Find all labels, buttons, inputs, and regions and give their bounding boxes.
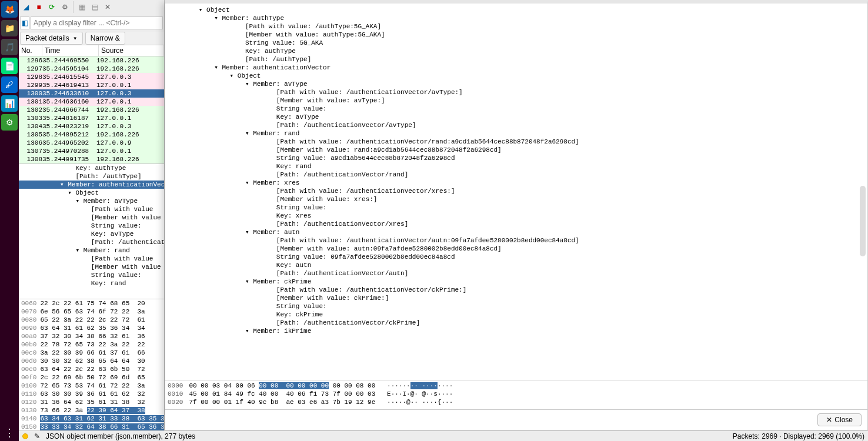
tree-node[interactable]: [Path with value: /authenticationVector/… [165,236,867,245]
tree-node[interactable]: [Member with value [19,213,164,222]
hex-row[interactable]: 00c03a 22 30 39 66 61 37 61 66 [19,349,164,357]
settings-icon[interactable]: ⚙ [59,1,71,13]
tree-node[interactable]: [Path: /authType] [165,55,867,64]
hex-row[interactable]: 00a037 32 30 34 38 66 32 61 36 [19,332,164,340]
packet-row[interactable]: 130335.244816187127.0.0.1 [19,114,164,122]
launcher-app-1[interactable]: 🦊 [1,1,18,18]
expert-info-icon[interactable] [22,433,28,439]
launcher-app-4[interactable]: 📄 [1,58,18,74]
packet-row[interactable]: 130535.244895212192.168.226 [19,131,164,139]
tree-node[interactable]: [Member with value [19,263,164,271]
view-icon-2[interactable]: ▤ [89,1,101,13]
packet-row[interactable]: 129935.244619413127.0.0.1 [19,81,164,89]
tree-node[interactable]: Key: authType [19,164,164,172]
packet-row[interactable]: 130835.244991735192.168.226 [19,155,164,163]
packet-row[interactable]: 130735.244970288127.0.0.1 [19,147,164,155]
tree-node[interactable]: [Member with value: rand:a9cd1ab5644cec8… [165,146,867,154]
tree-node[interactable]: [Path with value [19,255,164,263]
packet-row[interactable]: 130135.244636160127.0.0.1 [19,98,164,106]
launcher-app-5[interactable]: 🖋 [1,76,18,93]
hex-row[interactable]: 00b022 78 72 65 73 22 3a 22 22 [19,340,164,349]
packet-row[interactable]: 129835.244615545127.0.0.3 [19,73,164,81]
tree-node[interactable]: [Path with value: /authenticationVector/… [165,187,867,195]
tree-node[interactable]: Key: autn [165,261,867,269]
tree-node[interactable]: ▾ Object [165,72,867,80]
packet-details-dropdown[interactable]: Packet details▼ [20,32,83,45]
tree-node[interactable]: [Member with value: xres:] [165,195,867,203]
tree-node[interactable]: [Member with value: authType:5G_AKA] [165,31,867,39]
tree-node[interactable]: ▾ Member: avType [19,197,164,205]
launcher-apps-icon[interactable]: ⋮ [1,425,18,441]
tree-node[interactable]: [Path: /authenticationVector/ckPrime] [165,319,867,327]
bookmark-icon[interactable]: ◧ [20,16,29,29]
tree-node[interactable]: [Path with value: /authenticationVector/… [165,88,867,96]
tree-node[interactable]: ▾ Member: xres [165,179,867,187]
tree-node[interactable]: Key: ckPrime [165,310,867,319]
hex-row[interactable]: 008065 22 3a 22 22 2c 22 72 61 [19,316,164,324]
tree-node[interactable]: Key: authType [165,47,867,55]
tree-node[interactable]: ▾ Member: ikPrime [165,327,867,335]
hex-row[interactable]: 009063 64 31 61 62 35 36 34 34 [19,324,164,332]
tree-node[interactable]: [Path: /authenticationVector/avType] [165,121,867,129]
tree-node[interactable]: [Member with value: autn:09fa7afdee52800… [165,245,867,253]
tree-node[interactable]: [Path with value: /authenticationVector/… [165,286,867,294]
packet-row[interactable]: 130635.244965202127.0.0.9 [19,139,164,147]
tree-node[interactable]: Key: avType [165,113,867,121]
tree-node[interactable]: Key: rand [19,279,164,288]
hex-row[interactable]: 00e063 64 22 2c 22 63 6b 50 72 [19,365,164,373]
tree-node[interactable]: String value: [165,302,867,310]
col-no[interactable]: No. [19,45,42,56]
col-time[interactable]: Time [42,45,99,56]
hex-row[interactable]: 010072 65 73 53 74 61 72 22 3a [19,382,164,390]
tree-node[interactable]: String value: 09fa7afdee5280002b8edd00ec… [165,253,867,261]
tree-node[interactable]: [Path: /authenticationVector/xres] [165,220,867,228]
display-filter-input[interactable] [31,16,163,29]
hex-row[interactable]: 006022 2c 22 61 75 74 68 65 20 [19,299,164,308]
tree-node[interactable]: ▾ Member: avType [165,80,867,88]
tree-node[interactable]: [Path: /authType] [19,172,164,181]
launcher-app-6[interactable]: 📊 [1,95,18,112]
tree-node[interactable]: ▾ Object [165,6,867,14]
tree-node[interactable]: [Path with value: /authType:5G_AKA] [165,22,867,31]
hex-row[interactable]: 013073 66 22 3a 22 39 64 37 38 [19,406,164,415]
tree-node[interactable]: [Path with value [19,205,164,213]
edit-prefs-icon[interactable]: ✎ [34,432,40,440]
close-button[interactable]: ✕ Close [817,413,862,426]
hex-row[interactable]: 00706e 56 65 63 74 6f 72 22 3a [19,308,164,316]
tree-node[interactable]: ▾ Member: authenticationVector [165,64,867,72]
hex-row[interactable]: 014063 34 63 31 62 31 33 38 63 35 33 65 … [19,415,164,423]
col-source[interactable]: Source [99,45,164,56]
tree-node[interactable]: String value: [165,203,867,212]
tree-node[interactable]: String value: 5G_AKA [165,39,867,47]
dialog-scrollbar[interactable] [860,9,866,339]
packet-row[interactable]: 129735.244595104192.168.226 [19,65,164,73]
tree-node[interactable]: ▾ Member: autn [165,228,867,236]
tree-node[interactable]: [Path: /authenticationVector/autn] [165,269,867,278]
dialog-tree[interactable]: ▾ Object ▾ Member: authType [Path with v… [165,4,867,380]
tree-node[interactable]: [Path with value: /authenticationVector/… [165,138,867,146]
tree-node[interactable]: [Member with value: ckPrime:] [165,294,867,302]
packet-row[interactable]: 130235.244666744192.168.226 [19,106,164,114]
hex-row[interactable]: 00207f 00 00 01 1f 40 9c b8 ae 03 e6 a3 … [168,398,865,406]
packet-list[interactable]: 129635.244469550192.168.226129735.244595… [19,56,164,163]
tree-node[interactable]: ▾ Member: ckPrime [165,278,867,286]
packet-bytes-hex[interactable]: 006022 2c 22 61 75 74 68 65 2000706e 56 … [19,299,164,430]
capture-restart-icon[interactable]: ⟳ [46,1,58,13]
packet-details-tree[interactable]: Key: authType [Path: /authType] ▾ Member… [19,163,164,299]
tree-node[interactable]: ▾ Member: rand [19,246,164,255]
launcher-app-7[interactable]: ⚙ [1,114,18,131]
tree-node[interactable]: ▾ Member: rand [165,129,867,138]
hex-row[interactable]: 00d030 30 32 62 38 65 64 64 30 [19,357,164,365]
launcher-app-3[interactable]: 🎵 [1,39,18,55]
view-icon-1[interactable]: ▦ [76,1,88,13]
tree-node[interactable]: ▾ Object [19,189,164,197]
hex-row[interactable]: 000000 00 03 04 00 06 00 00 00 00 00 00 … [168,382,865,390]
tree-node[interactable]: ▾ Member: authType [165,14,867,22]
hex-row[interactable]: 001045 00 01 84 49 fc 40 00 40 06 f1 73 … [168,390,865,398]
close-icon[interactable]: ✕ [102,1,113,13]
tree-node[interactable]: String value: [165,105,867,113]
packet-row[interactable]: 130035.244633610127.0.0.3 [19,89,164,98]
tree-node[interactable]: ▾ Member: authenticationVector [19,181,164,189]
tree-node[interactable]: Key: avType [19,230,164,238]
tree-node[interactable]: Key: rand [165,162,867,171]
